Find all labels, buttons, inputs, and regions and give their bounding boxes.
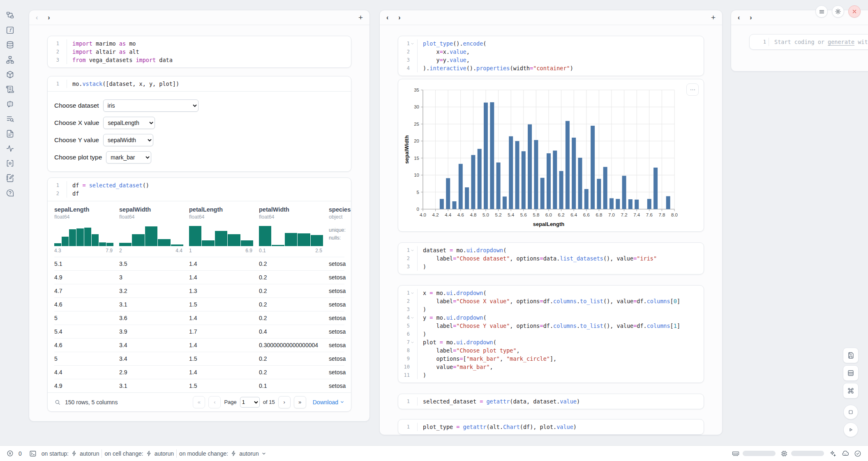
settings-gear-icon[interactable]	[832, 5, 844, 18]
last-page-button[interactable]: »	[294, 396, 306, 408]
code-placeholder[interactable]: Start coding or generate with AI	[769, 38, 868, 46]
code-cell-dataframe[interactable]: 1df = selected_dataset()2df sepalLengthf…	[47, 177, 351, 412]
run-all-play-icon[interactable]	[843, 422, 858, 437]
chart-bar[interactable]	[647, 199, 651, 209]
page-select[interactable]: 1	[240, 397, 260, 408]
help-icon[interactable]	[5, 188, 14, 197]
chart-bar[interactable]	[597, 179, 601, 209]
chart-bar[interactable]	[528, 124, 532, 209]
documentation-icon[interactable]	[5, 129, 14, 138]
shutdown-close-icon[interactable]	[848, 5, 861, 18]
column-prev-icon[interactable]: ‹	[738, 14, 740, 21]
fold-icon[interactable]	[411, 249, 415, 252]
chart-bar[interactable]	[484, 103, 488, 209]
column-next-icon[interactable]: ›	[48, 14, 50, 21]
table-row[interactable]: 4.931.40.2setosa	[54, 270, 344, 284]
runtime-config-item[interactable]: on startup:autorun	[42, 450, 99, 457]
table-column-header[interactable]: speciesobjectunique:nulls:	[329, 206, 351, 254]
choose-plot-type-select[interactable]: mark_bar	[106, 151, 151, 164]
code-cell-vstack[interactable]: 1mo.vstack([dataset, x, y, plot]) Choose…	[47, 76, 351, 172]
table-column-header[interactable]: sepalLengthfloat644.37.9	[54, 206, 119, 254]
code-cell-dataset-dropdown[interactable]: 1dataset = mo.ui.dropdown(2 label="Choos…	[398, 242, 704, 274]
fold-icon[interactable]	[411, 42, 415, 46]
errors-icon[interactable]	[7, 450, 14, 457]
functions-icon[interactable]: f	[5, 25, 14, 35]
scratchpad-search-icon[interactable]	[5, 114, 14, 123]
chart-bar[interactable]	[547, 153, 551, 209]
code-cell-imports[interactable]: 1import marimo as mo2import altair as al…	[47, 36, 351, 68]
fold-icon[interactable]	[411, 316, 415, 320]
chat-icon[interactable]	[5, 99, 14, 108]
next-page-button[interactable]: ›	[278, 396, 291, 408]
table-row[interactable]: 4.73.21.30.2setosa	[54, 284, 344, 297]
chart-bar[interactable]	[534, 140, 538, 209]
connection-status-icon[interactable]	[854, 450, 861, 457]
download-button[interactable]: Download	[313, 399, 344, 406]
chart-bar[interactable]	[496, 162, 501, 209]
chart-bar[interactable]	[666, 196, 670, 209]
chart-bar[interactable]	[591, 126, 595, 209]
table-row[interactable]: 4.63.41.40.30000000000000004setosa	[54, 338, 344, 352]
table-row[interactable]: 4.63.11.50.2setosa	[54, 297, 344, 311]
cloud-icon[interactable]	[841, 449, 849, 457]
chart-bar[interactable]	[628, 199, 633, 209]
runtime-config-item[interactable]: on module change:autorun	[179, 450, 266, 457]
chart-bar[interactable]	[509, 136, 513, 209]
chart-bar[interactable]	[471, 155, 475, 209]
choose-x-value-select[interactable]: sepalLength	[103, 117, 155, 129]
prev-page-button[interactable]: ‹	[208, 396, 221, 408]
table-column-header[interactable]: petalLengthfloat6416.9	[189, 206, 259, 254]
table-column-header[interactable]: petalWidthfloat640.12.5	[259, 206, 329, 254]
column-next-icon[interactable]: ›	[750, 14, 752, 21]
menu-icon[interactable]	[815, 5, 828, 18]
table-row[interactable]: 53.41.50.2setosa	[54, 352, 344, 365]
chart-bar[interactable]	[446, 178, 450, 209]
chart-bar[interactable]	[540, 178, 545, 209]
file-tree-icon[interactable]	[5, 11, 14, 20]
fold-icon[interactable]	[411, 341, 415, 344]
chart-bar[interactable]	[478, 149, 482, 209]
database-icon[interactable]	[5, 40, 14, 49]
table-row[interactable]: 5.13.51.40.2setosa	[54, 257, 344, 270]
logs-icon[interactable]	[5, 85, 14, 94]
chart-bar[interactable]	[490, 102, 494, 209]
chart-bar[interactable]	[572, 138, 576, 209]
fold-icon[interactable]	[411, 291, 415, 295]
save-icon[interactable]	[843, 348, 859, 363]
code-cell-plot[interactable]: 1plot_type().encode(2 x=x.value,3 y=y.va…	[398, 36, 704, 76]
chart-bar[interactable]	[584, 189, 589, 209]
chart-bar[interactable]	[578, 158, 582, 209]
table-row[interactable]: 5.43.91.70.4setosa	[54, 325, 344, 338]
chart-bar[interactable]	[459, 164, 463, 209]
runtime-config-item[interactable]: on cell change:autorun	[104, 450, 174, 457]
generate-with-ai-link[interactable]: generate	[828, 39, 854, 45]
chart-bar[interactable]	[616, 199, 620, 209]
code-cell-xy-plot-dropdowns[interactable]: 1x = mo.ui.dropdown(2 label="Choose X va…	[398, 285, 704, 383]
table-column-header[interactable]: sepalWidthfloat6424.4	[119, 206, 189, 254]
choose-y-value-select[interactable]: sepalWidth	[103, 134, 153, 146]
first-page-button[interactable]: «	[193, 396, 205, 408]
choose-dataset-select[interactable]: iris	[103, 99, 199, 112]
code-cell-selected-dataset[interactable]: 1selected_dataset = getattr(data, datase…	[398, 394, 704, 409]
search-icon[interactable]	[54, 399, 61, 406]
ai-sparkles-icon[interactable]	[829, 450, 836, 457]
chart-bar[interactable]	[553, 150, 557, 209]
chart-bar[interactable]	[559, 171, 563, 209]
tracing-icon[interactable]	[5, 144, 14, 153]
add-cell-icon[interactable]: +	[711, 13, 716, 22]
dependency-graph-icon[interactable]	[5, 55, 14, 64]
stop-icon[interactable]	[843, 405, 858, 420]
snippets-icon[interactable]	[5, 159, 14, 168]
layout-grid-icon[interactable]	[843, 365, 859, 381]
chart-bar[interactable]	[653, 168, 658, 209]
column-prev-icon[interactable]: ‹	[36, 14, 38, 21]
chart-bar[interactable]	[635, 200, 639, 209]
column-next-icon[interactable]: ›	[398, 14, 400, 21]
add-cell-icon[interactable]: +	[358, 13, 363, 22]
notebook-pen-icon[interactable]	[5, 173, 14, 182]
chart-bar[interactable]	[603, 167, 607, 209]
terminal-icon[interactable]	[29, 450, 37, 457]
cell-actions-icon[interactable]	[686, 83, 699, 96]
packages-icon[interactable]	[5, 70, 14, 79]
bar-chart[interactable]: 4.04.24.44.64.85.05.25.45.65.86.06.26.46…	[403, 84, 699, 229]
